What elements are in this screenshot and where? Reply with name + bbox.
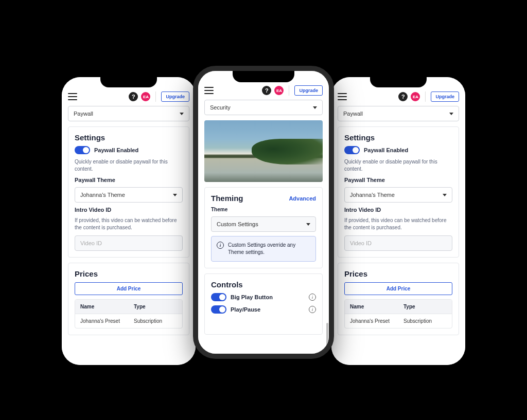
paywall-enabled-help: Quickly enable or disable paywall for th… xyxy=(344,158,452,173)
theming-title: Theming xyxy=(211,194,243,203)
controls-card: Controls Big Play Button i Play/Pause i xyxy=(204,273,323,335)
divider xyxy=(289,85,289,96)
chevron-down-icon xyxy=(313,106,317,109)
upgrade-button[interactable]: Upgrade xyxy=(431,92,459,102)
settings-title: Settings xyxy=(75,133,183,142)
add-price-button[interactable]: Add Price xyxy=(75,282,183,295)
control-label: Play/Pause xyxy=(231,306,305,313)
prices-card: Prices Add Price Name Type Johanna's Pre… xyxy=(338,263,459,335)
upgrade-button[interactable]: Upgrade xyxy=(294,85,323,96)
phone-center: ? EA Upgrade Security Theming Advanced T… xyxy=(193,66,334,359)
cell-type: Subscription xyxy=(129,314,182,328)
info-icon[interactable]: i xyxy=(309,306,316,313)
intro-video-help: If provided, this video can be watched b… xyxy=(344,217,452,231)
intro-video-label: Intro Video ID xyxy=(75,207,183,213)
prices-title: Prices xyxy=(344,269,452,278)
page-select-value: Paywall xyxy=(74,111,93,117)
col-name: Name xyxy=(75,300,129,314)
help-icon[interactable]: ? xyxy=(262,86,271,95)
settings-title: Settings xyxy=(344,133,452,142)
control-row: Big Play Button i xyxy=(211,293,316,301)
theme-label: Theme xyxy=(211,207,316,212)
menu-icon[interactable] xyxy=(338,93,347,100)
notch xyxy=(370,77,427,87)
col-type: Type xyxy=(129,300,182,314)
settings-card: Settings Paywall Enabled Quickly enable … xyxy=(68,126,189,258)
prices-card: Prices Add Price Name Type Johanna's Pre… xyxy=(68,263,189,335)
chevron-down-icon xyxy=(173,194,177,196)
control-label: Big Play Button xyxy=(231,294,305,300)
prices-table: Name Type Johanna's Preset Subscription xyxy=(75,299,183,328)
paywall-theme-select[interactable]: Johanna's Theme xyxy=(344,187,452,203)
paywall-theme-label: Paywall Theme xyxy=(75,177,183,183)
theming-card: Theming Advanced Theme Custom Settings i… xyxy=(204,187,323,268)
paywall-enabled-toggle[interactable] xyxy=(344,146,360,154)
intro-video-input[interactable]: Video ID xyxy=(75,235,183,251)
chevron-down-icon xyxy=(443,194,447,196)
notch xyxy=(233,71,294,82)
col-type: Type xyxy=(398,300,452,314)
scrollbar[interactable] xyxy=(326,323,328,354)
chevron-down-icon xyxy=(306,223,310,226)
intro-video-input[interactable]: Video ID xyxy=(344,235,452,251)
help-icon[interactable]: ? xyxy=(398,92,408,101)
upgrade-button[interactable]: Upgrade xyxy=(161,92,189,102)
prices-title: Prices xyxy=(75,269,183,278)
help-icon[interactable]: ? xyxy=(129,92,138,101)
intro-video-help: If provided, this video can be watched b… xyxy=(75,217,183,231)
col-name: Name xyxy=(345,300,398,314)
page-select-value: Security xyxy=(210,104,231,111)
avatar[interactable]: EA xyxy=(141,92,150,101)
paywall-enabled-toggle[interactable] xyxy=(75,146,90,154)
info-icon[interactable]: i xyxy=(309,294,316,301)
avatar[interactable]: EA xyxy=(411,92,420,101)
menu-icon[interactable] xyxy=(68,93,77,100)
phone-right: ? EA Upgrade Paywall Settings Paywall En… xyxy=(331,77,465,365)
play-pause-toggle[interactable] xyxy=(211,305,226,314)
divider xyxy=(155,92,156,102)
chevron-down-icon xyxy=(449,113,453,115)
paywall-theme-value: Johanna's Theme xyxy=(80,192,125,198)
avatar[interactable]: EA xyxy=(274,86,284,95)
page-select-value: Paywall xyxy=(343,111,363,117)
cell-type: Subscription xyxy=(398,314,452,328)
page-select[interactable]: Paywall xyxy=(338,106,459,121)
big-play-toggle[interactable] xyxy=(211,293,226,301)
theme-select-value: Custom Settings xyxy=(217,221,258,227)
notch xyxy=(100,77,157,87)
control-row: Play/Pause i xyxy=(211,305,316,314)
table-row[interactable]: Johanna's Preset Subscription xyxy=(345,314,452,328)
info-banner: i Custom Settings override any Theme set… xyxy=(211,236,316,262)
chevron-down-icon xyxy=(180,113,184,115)
paywall-enabled-label: Paywall Enabled xyxy=(364,147,408,153)
controls-title: Controls xyxy=(211,280,316,289)
divider xyxy=(425,92,426,102)
video-preview[interactable] xyxy=(204,120,323,182)
prices-table: Name Type Johanna's Preset Subscription xyxy=(344,299,452,328)
cell-name: Johanna's Preset xyxy=(345,314,398,328)
paywall-theme-select[interactable]: Johanna's Theme xyxy=(75,187,183,203)
phone-left: ? EA Upgrade Paywall Settings Paywall En… xyxy=(62,77,196,365)
advanced-link[interactable]: Advanced xyxy=(289,195,316,202)
info-icon: i xyxy=(217,242,224,249)
settings-card: Settings Paywall Enabled Quickly enable … xyxy=(338,126,459,258)
theme-select[interactable]: Custom Settings xyxy=(211,216,316,232)
cell-name: Johanna's Preset xyxy=(75,314,129,328)
intro-video-label: Intro Video ID xyxy=(344,207,452,213)
page-select[interactable]: Paywall xyxy=(68,106,189,121)
table-row[interactable]: Johanna's Preset Subscription xyxy=(75,314,182,328)
page-select[interactable]: Security xyxy=(204,100,323,115)
info-text: Custom Settings override any Theme setti… xyxy=(228,242,310,256)
menu-icon[interactable] xyxy=(204,87,214,94)
add-price-button[interactable]: Add Price xyxy=(344,282,452,295)
paywall-enabled-label: Paywall Enabled xyxy=(94,147,138,153)
paywall-enabled-help: Quickly enable or disable paywall for th… xyxy=(75,158,183,173)
paywall-theme-label: Paywall Theme xyxy=(344,177,452,183)
paywall-theme-value: Johanna's Theme xyxy=(350,192,395,198)
